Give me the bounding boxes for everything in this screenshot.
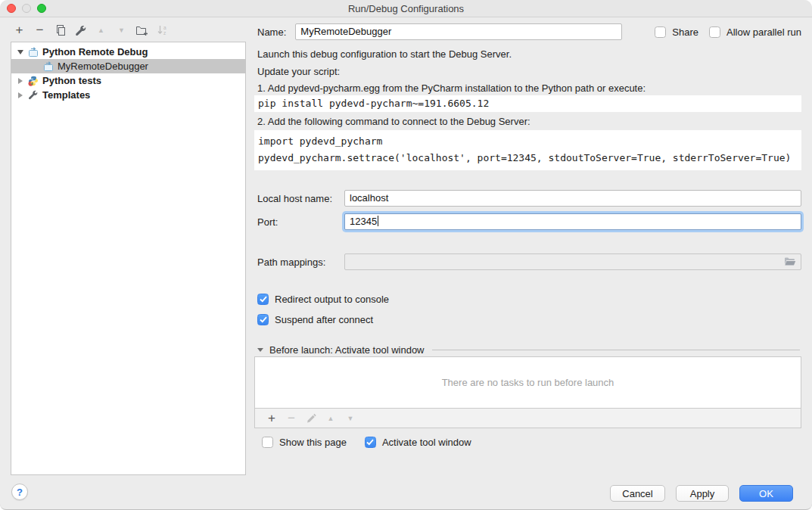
wrench-icon [27,89,39,101]
window-title: Run/Debug Configurations [348,3,464,14]
before-launch-task-list: There are no tasks to run before launch [254,356,801,409]
local-host-value: localhost [350,192,388,204]
tree-item-templates[interactable]: Templates [11,88,245,102]
plus-icon: + [16,23,23,38]
pip-install-code: pip install pydevd-pycharm~=191.6605.12 [254,95,801,112]
step2-text: 2. Add the following command to connect … [254,116,801,127]
chevron-right-icon [18,92,23,98]
help-button[interactable]: ? [11,484,28,500]
share-checkbox[interactable] [655,26,666,38]
text-caret [378,216,378,226]
path-mappings-input[interactable] [344,253,801,270]
python-tests-icon [27,75,39,86]
allow-parallel-run-checkbox[interactable] [709,26,720,38]
minimize-window-button[interactable] [22,4,31,13]
port-input[interactable]: 12345 [344,213,801,230]
sort-az-icon: az [157,24,169,36]
tree-item-label: Templates [42,89,90,101]
remote-debug-config-icon [42,61,54,72]
tree-item-label: Python tests [42,75,101,86]
svg-text:a: a [163,25,166,30]
empty-tasks-message: There are no tasks to run before launch [442,377,614,388]
allow-parallel-checkbox-group: Allow parallel run [709,26,801,38]
intro-text: Launch this debug configuration to start… [254,48,801,60]
activate-tool-window-group: Activate tool window [365,437,471,448]
before-launch-toolbar: + − ▲ ▼ [254,409,801,428]
arrow-up-icon: ▲ [98,26,104,34]
svg-text:z: z [163,30,166,36]
create-folder-button[interactable] [132,22,152,39]
check-icon [366,439,374,446]
add-task-button[interactable]: + [262,410,282,427]
activate-tool-window-checkbox[interactable] [365,437,376,448]
tree-item-label: Python Remote Debug [42,46,148,58]
tree-item-python-tests[interactable]: Python tests [11,73,245,88]
copy-icon [54,24,67,36]
name-input[interactable]: MyRemoteDebugger [295,23,622,40]
step1-text: 1. Add pydevd-pycharm.egg from the PyCha… [254,82,801,94]
tree-item-label: MyRemoteDebugger [58,61,148,72]
local-host-name-label: Local host name: [257,193,344,204]
expand-collapse-chevron[interactable] [17,92,24,98]
close-window-button[interactable] [7,4,16,13]
browse-folder-icon[interactable] [784,257,796,270]
chevron-down-icon [257,348,263,352]
configurations-toolbar: + − ▲ ▼ az [9,22,173,39]
apply-button[interactable]: Apply [676,485,729,502]
arrow-down-icon: ▼ [118,26,125,34]
run-debug-configurations-dialog: Run/Debug Configurations + − ▲ ▼ az Pyth… [0,0,812,510]
port-value: 12345 [350,216,377,227]
move-task-up-button[interactable]: ▲ [321,410,341,427]
local-host-name-input[interactable]: localhost [344,190,801,207]
titlebar: Run/Debug Configurations [0,0,812,17]
share-checkbox-group: Share [655,26,698,38]
tree-item-myremotedebugger[interactable]: MyRemoteDebugger [11,59,245,73]
expand-collapse-chevron[interactable] [17,50,24,54]
show-this-page-checkbox[interactable] [262,437,273,448]
remove-configuration-button[interactable]: − [30,22,50,39]
code-line-settrace: pydevd_pycharm.settrace('localhost', por… [258,150,798,166]
move-task-down-button[interactable]: ▼ [341,410,360,427]
check-icon [260,316,267,323]
suspend-after-connect-label[interactable]: Suspend after connect [275,314,373,325]
chevron-right-icon [18,78,23,84]
zoom-window-button[interactable] [37,4,46,13]
tree-item-python-remote-debug[interactable]: Python Remote Debug [11,45,245,59]
name-label: Name: [257,26,286,38]
allow-parallel-run-label[interactable]: Allow parallel run [726,26,801,38]
divider [432,350,800,350]
before-launch-title: Before launch: Activate tool window [269,344,425,356]
show-this-page-group: Show this page [262,437,347,448]
expand-collapse-chevron[interactable] [17,78,24,84]
remove-task-button[interactable]: − [282,410,301,427]
edit-templates-button[interactable] [70,22,91,39]
before-launch-header[interactable]: Before launch: Activate tool window [254,344,801,356]
sort-configurations-button[interactable]: az [152,22,173,39]
check-icon [260,296,267,303]
ok-button[interactable]: OK [739,485,793,502]
cancel-button[interactable]: Cancel [610,485,665,502]
dialog-buttons: Cancel Apply OK [610,485,793,502]
copy-configuration-button[interactable] [50,22,70,39]
share-label[interactable]: Share [672,26,698,38]
edit-task-button[interactable] [301,410,321,427]
pencil-icon [306,413,316,424]
activate-tool-window-label[interactable]: Activate tool window [382,437,471,448]
question-mark-icon: ? [17,487,23,498]
arrow-up-icon: ▲ [328,415,334,422]
move-up-button[interactable]: ▲ [91,22,111,39]
move-down-button[interactable]: ▼ [111,22,132,39]
code-line-import: import pydevd_pycharm [258,133,798,150]
remote-debug-config-icon [27,46,39,58]
chevron-down-icon [17,50,23,54]
suspend-after-connect-checkbox[interactable] [257,314,269,325]
configurations-tree: Python Remote Debug MyRemoteDebugger Pyt… [11,42,246,475]
port-label: Port: [257,216,344,228]
name-value: MyRemoteDebugger [300,26,391,37]
add-configuration-button[interactable]: + [9,22,30,39]
show-this-page-label[interactable]: Show this page [279,437,347,448]
redirect-output-label[interactable]: Redirect output to console [275,294,389,305]
redirect-output-checkbox[interactable] [257,294,269,305]
arrow-down-icon: ▼ [347,415,354,422]
minus-icon: − [288,411,295,426]
